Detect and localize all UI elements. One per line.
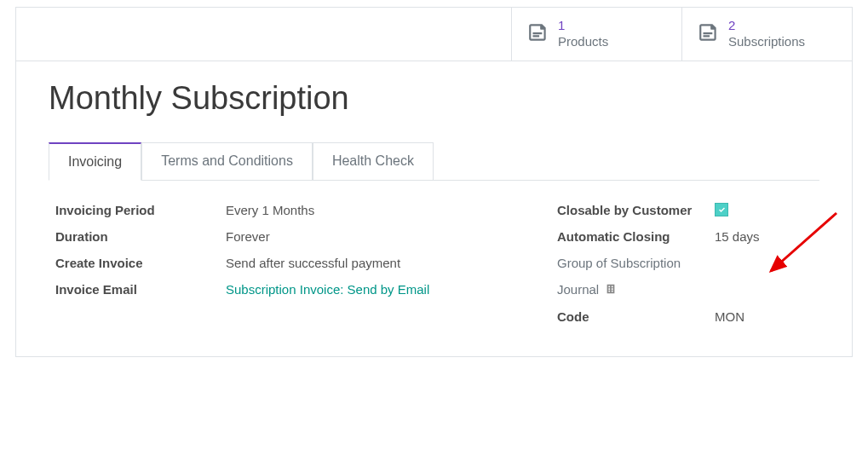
book-icon (698, 21, 720, 46)
label-invoicing-period: Invoicing Period (55, 203, 226, 217)
field-duration: Duration Forever (55, 229, 506, 244)
field-journal: Journal (557, 282, 813, 298)
page-title: Monthly Subscription (49, 80, 819, 117)
label-duration: Duration (55, 229, 226, 244)
value-create-invoice: Send after successful payment (226, 256, 400, 270)
value-invoice-email: Subscription Invoice: Send by Email (226, 282, 429, 297)
form-container: 1 Products 2 Subscriptions Monthly Subsc… (15, 7, 853, 357)
label-create-invoice: Create Invoice (55, 256, 226, 270)
checkbox-closable[interactable] (715, 203, 728, 216)
field-code: Code MON (557, 309, 813, 324)
left-column: Invoicing Period Every 1 Months Duration… (55, 203, 506, 337)
field-create-invoice: Create Invoice Send after successful pay… (55, 256, 506, 270)
stat-label: Products (558, 34, 608, 50)
field-group-sub: Group of Subscription (557, 256, 813, 270)
stat-label: Subscriptions (728, 34, 805, 50)
field-invoicing-period: Invoicing Period Every 1 Months (55, 203, 506, 217)
stat-button-box: 1 Products 2 Subscriptions (16, 8, 852, 61)
link-invoice-email[interactable]: Subscription Invoice: Send by Email (226, 282, 429, 297)
field-invoice-email: Invoice Email Subscription Invoice: Send… (55, 282, 506, 297)
value-invoicing-period: Every 1 Months (226, 203, 314, 217)
field-closable: Closable by Customer (557, 203, 813, 217)
tab-invoicing[interactable]: Invoicing (49, 142, 141, 181)
label-auto-closing: Automatic Closing (557, 229, 715, 244)
value-code: MON (715, 309, 744, 324)
stat-count: 1 (558, 18, 608, 34)
right-column: Closable by Customer Automatic Closing 1… (557, 203, 813, 337)
tab-content-invoicing: Invoicing Period Every 1 Months Duration… (49, 181, 819, 337)
tab-health[interactable]: Health Check (313, 142, 434, 180)
label-closable: Closable by Customer (557, 203, 715, 217)
label-code: Code (557, 309, 715, 324)
stat-count: 2 (728, 18, 805, 34)
value-duration: Forever (226, 229, 270, 244)
label-invoice-email: Invoice Email (55, 282, 226, 297)
label-journal: Journal (557, 282, 715, 298)
tabs: Invoicing Terms and Conditions Health Ch… (49, 142, 819, 181)
stat-button-subscriptions[interactable]: 2 Subscriptions (681, 8, 852, 61)
form-body: Monthly Subscription Invoicing Terms and… (16, 61, 852, 357)
book-icon (527, 21, 549, 46)
building-icon (605, 283, 617, 297)
stat-button-products[interactable]: 1 Products (511, 8, 681, 61)
label-group-sub: Group of Subscription (557, 256, 715, 270)
tab-terms[interactable]: Terms and Conditions (141, 142, 313, 180)
value-auto-closing: 15 days (715, 229, 760, 244)
field-auto-closing: Automatic Closing 15 days (557, 229, 813, 244)
check-icon (717, 205, 727, 215)
